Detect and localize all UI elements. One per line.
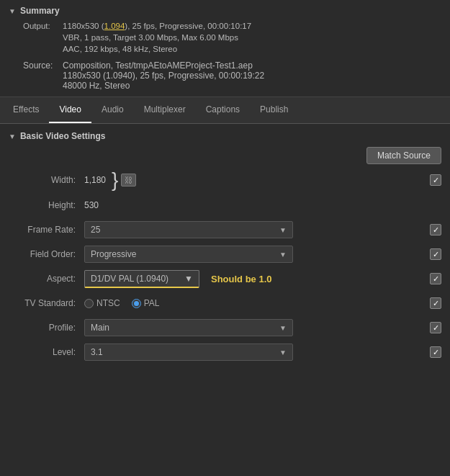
match-source-button[interactable]: Match Source: [366, 147, 441, 164]
field-order-label: Field Order:: [9, 249, 84, 259]
aspect-row: Aspect: D1/DV PAL (1.0940) ▼ Should be 1…: [9, 269, 441, 288]
level-checkbox[interactable]: [430, 346, 441, 358]
aspect-value-area: D1/DV PAL (1.0940) ▼ Should be 1.0: [84, 270, 441, 288]
ntsc-label: NTSC: [96, 298, 120, 308]
tab-multiplexer[interactable]: Multiplexer: [134, 97, 196, 123]
dimension-box: 1,180 } ⛓: [84, 170, 136, 190]
output-row: Output: 1180x530 (1.094), 25 fps, Progre…: [23, 20, 441, 55]
section-title: Basic Video Settings: [20, 131, 105, 141]
field-order-value: Progressive: [91, 249, 136, 259]
width-checkbox[interactable]: [430, 174, 441, 186]
ntsc-radio-icon[interactable]: [84, 299, 94, 308]
output-label: Output:: [23, 20, 63, 55]
tv-standard-checkbox[interactable]: [430, 297, 441, 309]
profile-dropdown[interactable]: Main ▼: [84, 319, 293, 336]
settings-area: Width: 1,180 } ⛓ Height: 530 Frame Rate:…: [0, 170, 450, 362]
tab-effects[interactable]: Effects: [3, 97, 49, 123]
level-value-area: 3.1 ▼: [84, 343, 441, 361]
profile-checkbox[interactable]: [430, 322, 441, 333]
summary-section: ▼ Summary Output: 1180x530 (1.094), 25 f…: [0, 0, 450, 97]
link-icon[interactable]: ⛓: [121, 174, 136, 187]
tv-standard-label: TV Standard:: [9, 298, 84, 308]
pal-radio-icon[interactable]: [132, 299, 141, 308]
field-order-dropdown[interactable]: Progressive ▼: [84, 246, 293, 263]
output-block: Output: 1180x530 (1.094), 25 fps, Progre…: [23, 20, 441, 55]
level-value: 3.1: [91, 347, 103, 357]
pal-option[interactable]: PAL: [132, 298, 160, 308]
frame-rate-value: 25: [91, 225, 100, 235]
source-label: Source:: [23, 60, 63, 91]
ntsc-option[interactable]: NTSC: [84, 298, 120, 308]
summary-title: Summary: [20, 6, 60, 16]
width-value-area: 1,180 } ⛓: [84, 170, 441, 190]
output-line2: VBR, 1 pass, Target 3.00 Mbps, Max 6.00 …: [63, 32, 441, 43]
tab-video[interactable]: Video: [49, 97, 91, 123]
frame-rate-row: Frame Rate: 25 ▼: [9, 220, 441, 239]
profile-row: Profile: Main ▼: [9, 318, 441, 337]
frame-rate-arrow-icon: ▼: [279, 226, 287, 234]
output-value: 1180x530 (1.094), 25 fps, Progressive, 0…: [63, 20, 441, 55]
frame-rate-value-area: 25 ▼: [84, 221, 441, 238]
field-order-value-area: Progressive ▼: [84, 246, 441, 263]
aspect-arrow-icon: ▼: [184, 274, 193, 284]
tab-publish[interactable]: Publish: [250, 97, 298, 123]
tv-standard-radio-group: NTSC PAL: [84, 298, 159, 308]
frame-rate-label: Frame Rate:: [9, 225, 84, 235]
output-line3: AAC, 192 kbps, 48 kHz, Stereo: [63, 43, 441, 55]
level-dropdown[interactable]: 3.1 ▼: [84, 343, 293, 361]
summary-content: Output: 1180x530 (1.094), 25 fps, Progre…: [9, 20, 441, 91]
match-source-row: Match Source: [0, 147, 450, 170]
tab-captions[interactable]: Captions: [196, 97, 250, 123]
level-row: Level: 3.1 ▼: [9, 343, 441, 362]
height-label: Height:: [9, 200, 84, 210]
bracket-icon: }: [112, 170, 118, 190]
height-row: Height: 530: [9, 196, 441, 215]
profile-value: Main: [91, 323, 109, 333]
summary-chevron-icon: ▼: [9, 7, 16, 15]
pal-label: PAL: [144, 298, 160, 308]
field-order-arrow-icon: ▼: [279, 251, 287, 259]
source-block: Source: Composition, Test/tmpAEtoAMEProj…: [23, 60, 441, 91]
section-chevron-icon: ▼: [9, 133, 16, 140]
tabs-bar: Effects Video Audio Multiplexer Captions…: [0, 97, 450, 124]
width-value: 1,180: [84, 175, 106, 185]
source-stereo-strikethrough: Stereo: [104, 81, 130, 91]
level-arrow-icon: ▼: [279, 349, 287, 356]
source-line3: 48000 Hz, Stereo: [63, 81, 264, 91]
height-value: 530: [84, 200, 99, 210]
frame-rate-checkbox[interactable]: [430, 224, 441, 235]
source-value: Composition, Test/tmpAEtoAMEProject-Test…: [63, 60, 264, 91]
output-line1: 1180x530 (1.094), 25 fps, Progressive, 0…: [63, 20, 441, 32]
source-line1: Composition, Test/tmpAEtoAMEProject-Test…: [63, 60, 264, 71]
tab-audio[interactable]: Audio: [91, 97, 134, 123]
source-line2: 1180x530 (1.0940), 25 fps, Progressive, …: [63, 71, 264, 81]
profile-value-area: Main ▼: [84, 319, 441, 336]
should-be-label: Should be 1.0: [211, 274, 272, 284]
width-label: Width:: [9, 175, 84, 185]
frame-rate-dropdown[interactable]: 25 ▼: [84, 221, 293, 238]
aspect-value: D1/DV PAL (1.0940): [91, 274, 168, 284]
tv-standard-value-area: NTSC PAL: [84, 297, 441, 309]
height-value-area: 530: [84, 200, 441, 210]
highlight-1094: 1.094: [104, 22, 125, 30]
aspect-label: Aspect:: [9, 274, 84, 284]
aspect-dropdown[interactable]: D1/DV PAL (1.0940) ▼: [84, 270, 199, 288]
field-order-row: Field Order: Progressive ▼: [9, 245, 441, 264]
section-header: ▼ Basic Video Settings: [0, 124, 450, 147]
aspect-checkbox[interactable]: [430, 273, 441, 284]
width-row: Width: 1,180 } ⛓: [9, 170, 441, 190]
tv-standard-row: TV Standard: NTSC PAL: [9, 294, 441, 313]
profile-label: Profile:: [9, 323, 84, 333]
level-label: Level:: [9, 347, 84, 357]
field-order-checkbox[interactable]: [430, 248, 441, 260]
summary-header: ▼ Summary: [9, 6, 441, 16]
profile-arrow-icon: ▼: [279, 324, 287, 332]
